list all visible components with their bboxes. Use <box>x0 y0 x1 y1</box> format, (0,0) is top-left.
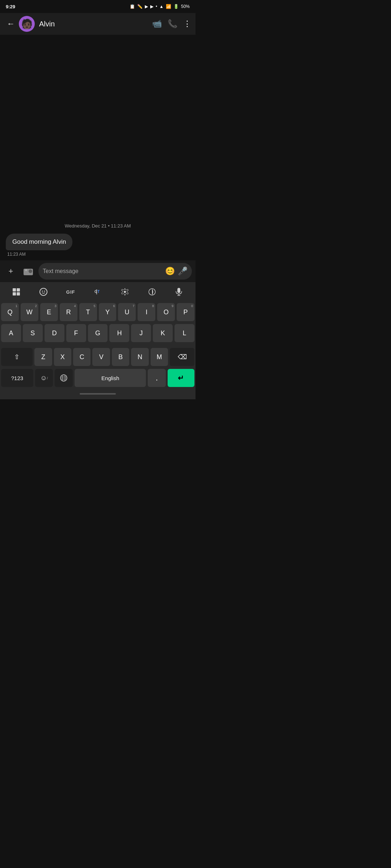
period-icon: . <box>156 373 158 383</box>
app-bar-actions: 📹 📞 ⋮ <box>152 19 191 29</box>
key-c[interactable]: C <box>73 348 91 366</box>
key-t[interactable]: 5T <box>79 303 97 321</box>
dot-icon: • <box>156 4 157 9</box>
contact-name[interactable]: Alvin <box>39 20 152 28</box>
message-area: Wednesday, Dec 21 • 11:23 AM Good mornin… <box>0 35 196 260</box>
text-input-container: 😊 🎤 <box>38 263 192 280</box>
svg-rect-4 <box>17 288 20 292</box>
key-s[interactable]: S <box>23 324 43 342</box>
key-i[interactable]: 8I <box>138 303 155 321</box>
text-message-input[interactable] <box>43 268 162 275</box>
svg-point-1 <box>29 269 32 273</box>
video-call-icon[interactable]: 📹 <box>152 19 162 29</box>
keyboard-row-5: ?123 ☺ / English . ↵ <box>0 367 196 388</box>
key-f[interactable]: F <box>66 324 86 342</box>
key-j[interactable]: J <box>131 324 151 342</box>
emoji-small-icon: ☺ <box>40 374 47 382</box>
youtube2-icon: ▶ <box>150 4 154 9</box>
keyboard-mic-button[interactable] <box>170 284 188 300</box>
keyboard-row-1: 1Q2W3E4R5T6Y7U8I9O0P <box>0 302 196 323</box>
notification-icon: 📋 <box>130 4 135 9</box>
key-v[interactable]: V <box>92 348 110 366</box>
avatar[interactable]: 🧑🏿 <box>19 16 35 32</box>
keyboard-bottom <box>0 388 196 399</box>
emoji-small-key[interactable]: ☺ / <box>35 369 53 387</box>
svg-point-9 <box>44 291 45 292</box>
key-l[interactable]: L <box>175 324 194 342</box>
keyboard-section: 1Q2W3E4R5T6Y7U8I9O0P ASDFGHJKL ⇧ Z X C V… <box>0 302 196 388</box>
key-o[interactable]: 9O <box>157 303 175 321</box>
battery-percent: 50% <box>181 4 190 9</box>
keyboard-translate-button[interactable]: G T <box>89 284 107 300</box>
key-m[interactable]: M <box>151 348 168 366</box>
svg-rect-15 <box>177 288 180 293</box>
edit-icon: ✏️ <box>137 4 143 9</box>
key-e[interactable]: 3E <box>40 303 58 321</box>
avatar-emoji: 🧑🏿 <box>21 18 33 30</box>
app-bar: ← 🧑🏿 Alvin 📹 📞 ⋮ <box>0 13 196 35</box>
key-r[interactable]: 4R <box>60 303 77 321</box>
key-a[interactable]: A <box>1 324 21 342</box>
key-x[interactable]: X <box>54 348 71 366</box>
attach-media-button[interactable] <box>21 264 35 278</box>
status-icons: 📋 ✏️ ▶ ▶ • ▲ 📶 🔋 50% <box>130 4 190 9</box>
emoji-button[interactable]: 😊 <box>165 267 175 276</box>
keyboard-gif-button[interactable]: GIF <box>62 284 80 300</box>
backspace-icon: ⌫ <box>178 353 187 361</box>
key-n[interactable]: N <box>131 348 148 366</box>
date-divider: Wednesday, Dec 21 • 11:23 AM <box>6 223 190 229</box>
shift-key[interactable]: ⇧ <box>1 348 33 366</box>
status-time: 9:29 <box>6 4 15 9</box>
add-button[interactable]: + <box>4 264 18 278</box>
signal-icon: 📶 <box>166 4 171 9</box>
svg-point-2 <box>25 269 27 271</box>
space-key[interactable]: English <box>75 369 146 387</box>
keyboard-row-2: ASDFGHJKL <box>0 323 196 344</box>
period-key[interactable]: . <box>148 369 165 387</box>
globe-key[interactable] <box>55 369 72 387</box>
keyboard-toolbar: GIF G T <box>0 282 196 302</box>
key-p[interactable]: 0P <box>177 303 194 321</box>
youtube-icon: ▶ <box>145 4 148 9</box>
key-u[interactable]: 7U <box>118 303 136 321</box>
key-d[interactable]: D <box>45 324 64 342</box>
mic-button[interactable]: 🎤 <box>178 267 188 276</box>
keyboard-apps-button[interactable] <box>7 284 25 300</box>
input-area: + 😊 🎤 <box>0 260 196 282</box>
keyboard-sticker-button[interactable] <box>34 284 52 300</box>
back-button[interactable]: ← <box>4 17 17 30</box>
key-w[interactable]: 2W <box>21 303 38 321</box>
key-q[interactable]: 1Q <box>1 303 19 321</box>
status-bar: 9:29 📋 ✏️ ▶ ▶ • ▲ 📶 🔋 50% <box>0 0 196 13</box>
globe-icon <box>60 374 67 382</box>
key-k[interactable]: K <box>153 324 173 342</box>
battery-icon: 🔋 <box>173 4 179 9</box>
shift-icon: ⇧ <box>14 353 20 361</box>
space-label: English <box>101 375 119 381</box>
key-z[interactable]: Z <box>34 348 52 366</box>
svg-text:T: T <box>97 290 100 294</box>
enter-key[interactable]: ↵ <box>168 369 194 387</box>
key-y[interactable]: 6Y <box>99 303 117 321</box>
keyboard-row-3 <box>0 344 196 346</box>
gif-label: GIF <box>66 289 75 295</box>
keyboard-row-4: ⇧ Z X C V B N M ⌫ <box>0 346 196 367</box>
keyboard-settings-button[interactable] <box>116 284 134 300</box>
svg-rect-3 <box>13 288 16 292</box>
keyboard-theme-button[interactable] <box>143 284 161 300</box>
key-g[interactable]: G <box>88 324 108 342</box>
message-time: 11:23 AM <box>7 252 26 257</box>
svg-text:G: G <box>94 290 97 294</box>
wifi-icon: ▲ <box>159 4 164 9</box>
phone-call-icon[interactable]: 📞 <box>168 19 177 29</box>
more-options-icon[interactable]: ⋮ <box>183 19 191 29</box>
svg-rect-6 <box>17 292 20 295</box>
key-b[interactable]: B <box>112 348 129 366</box>
svg-rect-5 <box>13 292 16 295</box>
numbers-key[interactable]: ?123 <box>1 369 33 387</box>
enter-icon: ↵ <box>178 374 184 382</box>
home-indicator <box>80 393 116 395</box>
backspace-key[interactable]: ⌫ <box>170 348 194 366</box>
svg-point-7 <box>40 288 47 295</box>
key-h[interactable]: H <box>109 324 129 342</box>
